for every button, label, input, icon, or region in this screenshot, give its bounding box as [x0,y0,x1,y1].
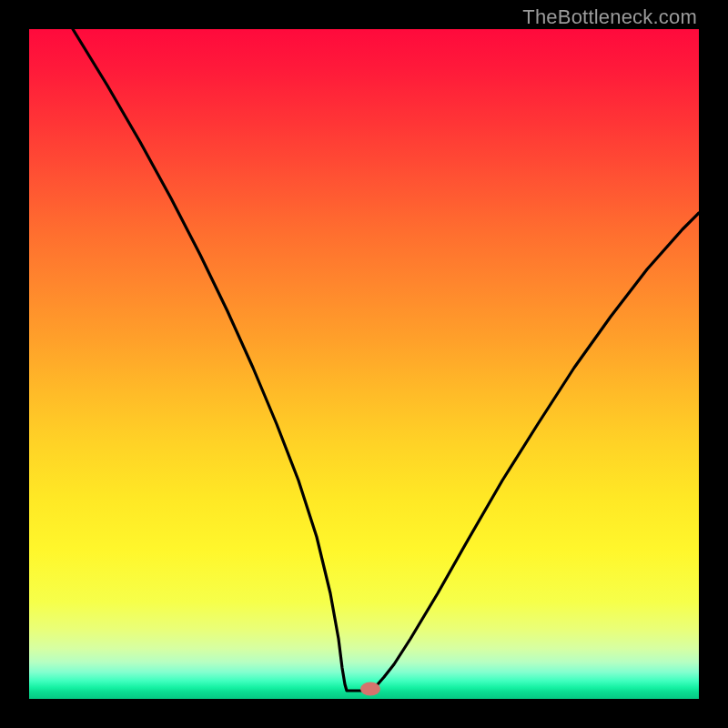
chart-frame: TheBottleneck.com [0,0,728,728]
plot-area [29,29,699,699]
bottleneck-curve [73,29,699,691]
optimal-point-marker [360,682,380,696]
curve-svg [29,29,699,699]
watermark-label: TheBottleneck.com [522,5,697,29]
